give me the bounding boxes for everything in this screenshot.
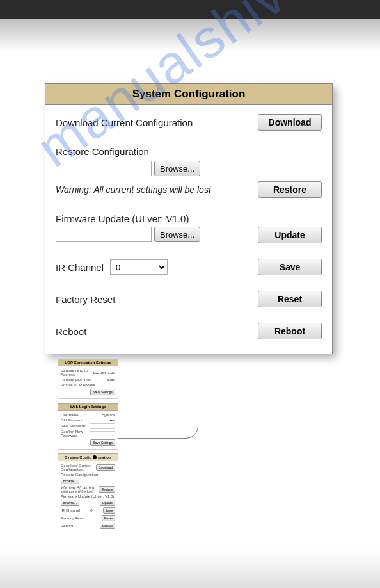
thumb-web-newpw-label: New Password [61,424,86,428]
firmware-file-input[interactable] [56,227,152,242]
thumb-sys-title-a: System Config [65,455,91,459]
top-bar [0,0,380,19]
system-config-panel: System Configuration Download Current Co… [45,83,333,354]
thumb-web-header: Web Login Settings [58,403,118,411]
thumb-sys-restore-label: Restore Configuration [61,473,98,477]
thumb-sys-firmware-browse[interactable]: Browse... [61,500,79,506]
thumb-sys-title-b: uration [98,455,111,459]
thumbnail-panel: UDP Connection Settings Remote UDP IP Ad… [58,359,198,532]
thumb-web-confirmpw-input[interactable] [90,431,115,436]
restore-button[interactable]: Restore [258,181,322,198]
thumb-udp-ip-value: 192.168.1.20 [93,371,115,375]
thumb-udp-port-value: 8080 [107,378,115,382]
restore-warning-text: Warning: All current settings will be lo… [56,184,211,195]
restore-file-input[interactable] [56,161,152,176]
thumb-sys-restore-button[interactable]: Restore [99,486,115,493]
thumb-sys-factory-label: Factory Reset [61,516,84,520]
firmware-update-label: Firmware Update (UI ver: V1.0) [56,213,322,224]
save-button[interactable]: Save [258,259,322,275]
update-button[interactable]: Update [258,227,322,243]
thumb-web-oldpw-value: •••• [110,418,115,422]
thumb-udp-ip-label: Remote UDP IP Address [61,369,93,377]
restore-browse-button[interactable]: Browse... [154,161,200,176]
download-button[interactable]: Download [258,114,322,131]
thumb-callout-dot-icon [93,455,97,459]
thumb-sys-firmware-label: Firmware Update (UI ver: V1.0) [61,494,114,498]
thumb-sys-download-button[interactable]: Download [96,464,115,471]
thumb-sys-save-button[interactable]: Save [103,507,115,514]
ir-channel-select[interactable]: 0 [110,259,168,275]
thumb-sys-reboot-label: Reboot [61,524,73,528]
thumb-udp-header: UDP Connection Settings [58,359,118,366]
thumb-web-save-button[interactable]: Save Settings [90,439,115,446]
thumb-web-user-value: Bywoos [102,413,115,417]
bottom-shadow [0,550,380,588]
reboot-button[interactable]: Reboot [258,323,322,339]
firmware-browse-button[interactable]: Browse... [154,227,200,242]
download-config-label: Download Current Configuration [56,117,193,128]
thumb-sys-ir-value: 0 [90,509,92,512]
thumb-web-oldpw-label: Old Password [61,418,84,422]
thumb-sys-warning: Warning: All current settings will be lo… [61,486,99,493]
thumb-udp-enable-label: Enable UDP Access [61,383,95,387]
restore-config-label: Restore Configuration [56,146,322,157]
thumb-udp-save-button[interactable]: Save Settings [90,389,115,395]
reboot-label: Reboot [56,326,86,337]
thumb-sys-reset-button[interactable]: Reset [102,515,115,521]
thumb-udp-port-label: Remote UDP Port [61,378,91,382]
ir-channel-label: IR Channel [56,262,104,273]
reset-button[interactable]: Reset [258,291,322,307]
thumb-sys-download-label: Download Current Configuration [61,464,96,471]
thumb-sys-update-button[interactable]: Update [100,500,115,506]
thumb-web-user-label: Username [61,413,79,417]
thumb-sys-header: System Configuration [58,453,118,461]
thumb-web-confirmpw-label: Confirm New Password [61,430,90,437]
thumb-sys-restore-browse[interactable]: Browse... [61,478,79,484]
panel-title: System Configuration [45,84,332,105]
top-shadow [0,19,380,51]
factory-reset-label: Factory Reset [56,294,115,305]
thumb-web-newpw-input[interactable] [90,423,115,429]
thumb-sys-ir-label: IR Channel [61,509,80,512]
thumb-sys-reboot-button[interactable]: Reboot [100,523,115,529]
